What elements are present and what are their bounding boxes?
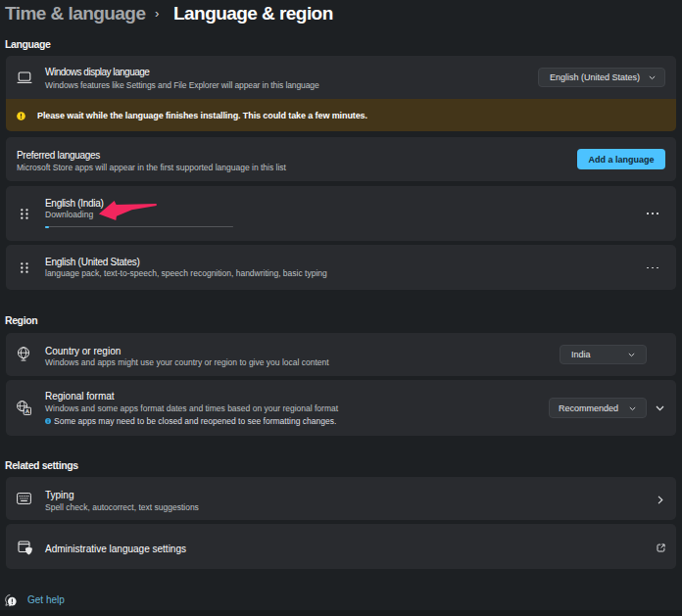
svg-text:A: A	[25, 408, 30, 414]
